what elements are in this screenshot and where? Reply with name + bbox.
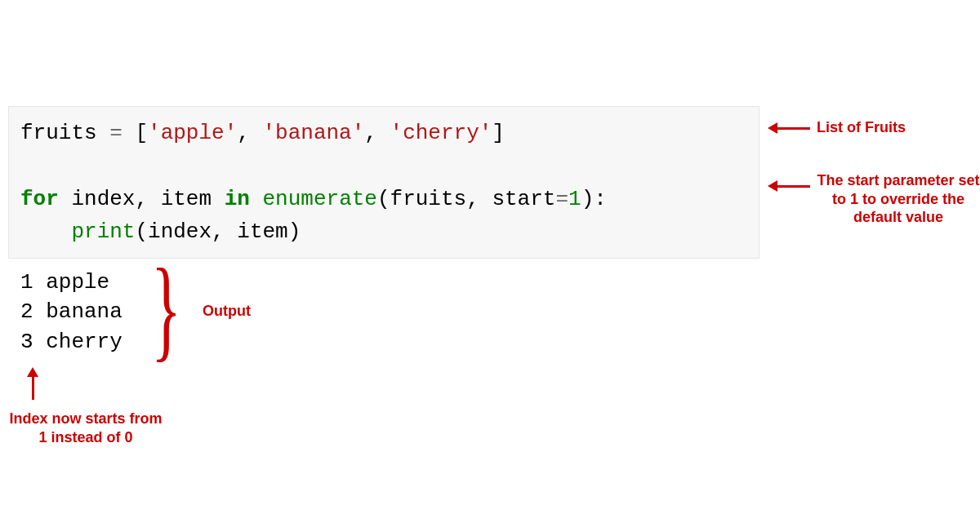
code-token: for [20,187,59,211]
code-token: , [237,121,262,145]
annotation-index-starts: Index now starts from 1 instead of 0 [8,410,163,446]
annotation-text: The start parameter set to 1 to override… [817,171,980,227]
code-line-blank [20,149,747,182]
code-token: : [594,187,607,211]
code-token: 'cherry' [390,121,492,145]
curly-brace-icon: } [151,251,181,366]
code-token: ] [492,121,505,145]
code-token: ) [581,187,595,211]
annotation-start-param: The start parameter set to 1 to override… [768,171,980,227]
code-token: 'apple' [148,121,237,145]
output-line: 3 cherry [20,327,122,357]
output-line: 2 banana [20,297,122,326]
code-token: = [97,121,136,145]
code-line-4: print(index, item) [20,215,747,248]
code-line-3: for index, item in enumerate(fruits, sta… [20,183,747,215]
code-token: ( [135,219,148,244]
annotation-list-of-fruits: List of Fruits [768,118,906,137]
code-token: ( [377,187,390,211]
code-token: item [161,187,212,211]
code-token: fruits [20,121,97,145]
arrow-left-icon [768,176,810,195]
code-token: , [364,121,390,145]
code-token: 1 [568,187,581,211]
code-token [212,187,225,211]
code-token: 'banana' [262,121,364,145]
code-token: item [237,219,287,244]
output-line: 1 apple [20,268,122,297]
code-token [250,187,263,211]
code-token: enumerate [263,187,377,211]
code-token [20,219,71,244]
code-token: [ [135,121,148,145]
code-token: index [71,187,135,211]
annotation-text: List of Fruits [817,118,906,137]
code-token: ) [288,219,301,244]
code-token: fruits [390,187,467,211]
code-token: = [555,187,568,211]
annotation-text: Index now starts from 1 instead of 0 [9,410,162,445]
arrow-up-icon [27,367,38,400]
code-line-1: fruits = ['apple', 'banana', 'cherry'] [20,117,747,149]
code-token: , [466,187,492,211]
arrow-left-icon [768,118,810,137]
code-token: index [148,219,212,244]
code-block: fruits = ['apple', 'banana', 'cherry'] f… [8,106,760,259]
arrow-up-wrap [27,367,38,400]
annotation-output: Output [203,302,251,321]
code-token: in [225,187,250,211]
output-block: 1 apple 2 banana 3 cherry [20,268,122,357]
code-token [59,187,72,211]
code-token: print [71,219,135,244]
annotation-text: Output [203,303,251,319]
code-token: , [135,187,160,211]
code-token: , [212,219,237,244]
code-token: start [492,187,555,211]
